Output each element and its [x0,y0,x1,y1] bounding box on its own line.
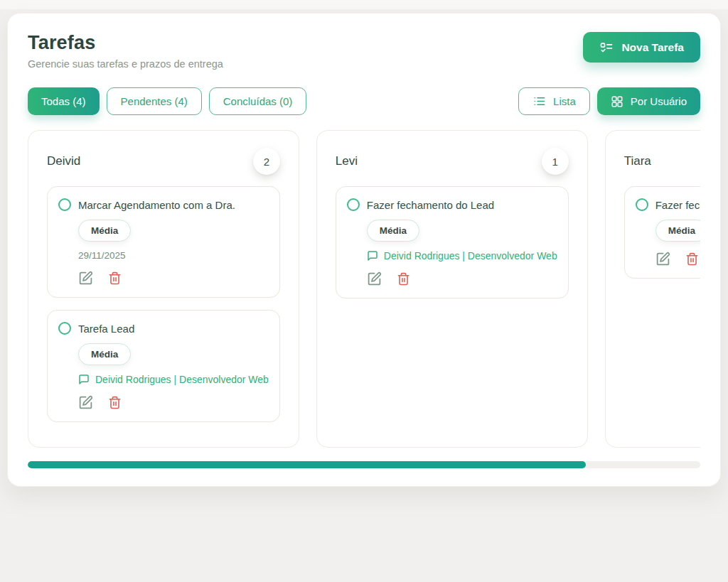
task-checkbox[interactable] [58,322,71,335]
view-list-button[interactable]: Lista [518,87,590,115]
trash-icon [685,252,699,266]
task-title: Fazer fechamento do Lead [367,199,494,211]
column-header: Levi 1 [336,148,569,175]
trash-icon [108,396,122,409]
filter-tab-completed[interactable]: Concluídas (0) [209,87,307,115]
edit-icon [78,271,93,286]
filter-tab-all-label: Todas (4) [41,95,86,107]
filter-tab-pending[interactable]: Pendentes (4) [107,87,202,115]
assignee-row: Deivid Rodrigues | Desenvolvedor Web [367,250,557,262]
column-name: Tiara [624,154,651,168]
grid-icon [611,95,623,108]
task-title: Tarefa Lead [78,323,134,335]
task-checkbox[interactable] [347,198,360,211]
edit-icon [367,271,382,286]
filter-tab-all[interactable]: Todas (4) [28,87,100,115]
column-name: Levi [336,154,358,168]
edit-icon [655,252,670,266]
column-header: Deivid 2 [47,148,280,175]
top-strip [0,0,728,9]
trash-icon [108,271,122,285]
column-cards: Fazer fechamento do Lead Média Deivid Ro… [336,186,569,298]
edit-task-button[interactable] [367,271,382,286]
task-card[interactable]: Fazer fechamento do Lead Média Deivid Ro… [336,186,569,298]
new-task-button[interactable]: Nova Tarefa [583,32,700,63]
page-subtitle: Gerencie suas tarefas e prazos de entreg… [28,58,223,70]
view-list-label: Lista [553,95,576,107]
task-checkbox[interactable] [636,198,648,211]
priority-badge: Média [367,220,419,242]
column-count-badge: 2 [253,148,280,175]
view-by-user-button[interactable]: Por Usuário [597,87,700,115]
user-column-tiara: Tiara Fazer fechamento do Lead Média [605,130,700,448]
delete-task-button[interactable] [108,271,122,285]
task-checkbox[interactable] [58,198,71,211]
user-column-levi: Levi 1 Fazer fechamento do Lead Média [316,130,588,448]
priority-badge: Média [78,220,131,242]
board-scrollbar-fill[interactable] [28,461,586,468]
new-task-label: Nova Tarefa [621,41,684,54]
message-bubble-icon [367,250,378,262]
title-block: Tarefas Gerencie suas tarefas e prazos d… [28,32,223,70]
priority-badge: Média [78,343,131,365]
kanban-board: Deivid 2 Marcar Agendamento com a Dra. M… [28,130,700,448]
user-column-deivid: Deivid 2 Marcar Agendamento com a Dra. M… [28,130,299,448]
edit-task-button[interactable] [78,395,93,410]
column-header: Tiara [624,148,700,175]
task-card[interactable]: Fazer fechamento do Lead Média [624,186,700,279]
column-cards: Marcar Agendamento com a Dra. Média 29/1… [47,186,280,422]
filter-tabs: Todas (4) Pendentes (4) Concluídas (0) [28,87,306,115]
delete-task-button[interactable] [397,272,410,286]
trash-icon [397,272,410,286]
delete-task-button[interactable] [108,396,122,409]
tasks-panel: Tarefas Gerencie suas tarefas e prazos d… [7,13,721,487]
assignee-label: Deivid Rodrigues | Desenvolvedor Web [95,374,269,385]
page-title: Tarefas [28,32,223,54]
filter-tab-pending-label: Pendentes (4) [121,95,188,107]
bullet-list-icon [532,95,546,108]
list-todo-icon [599,41,614,55]
priority-badge: Média [655,220,700,242]
task-title: Fazer fechamento do Lead [655,199,700,211]
assignee-label: Deivid Rodrigues | Desenvolvedor Web [384,250,557,262]
due-date: 29/11/2025 [78,250,269,261]
panel-header: Tarefas Gerencie suas tarefas e prazos d… [28,32,700,70]
column-count-badge: 1 [542,148,569,175]
filters-row: Todas (4) Pendentes (4) Concluídas (0) L… [28,87,700,115]
view-toggle: Lista Por Usuário [518,87,700,115]
column-name: Deivid [47,154,80,168]
filter-tab-completed-label: Concluídas (0) [223,95,293,107]
task-card[interactable]: Marcar Agendamento com a Dra. Média 29/1… [47,186,280,298]
edit-task-button[interactable] [655,252,670,266]
delete-task-button[interactable] [685,252,699,266]
message-bubble-icon [78,374,90,385]
task-card[interactable]: Tarefa Lead Média Deivid Rodrigues | Des… [47,310,280,422]
column-cards: Fazer fechamento do Lead Média [624,186,700,279]
edit-task-button[interactable] [78,271,93,286]
board-scrollbar[interactable] [28,461,700,468]
edit-icon [78,395,93,410]
view-by-user-label: Por Usuário [631,95,687,107]
task-title: Marcar Agendamento com a Dra. [78,199,235,211]
assignee-row: Deivid Rodrigues | Desenvolvedor Web [78,374,269,385]
